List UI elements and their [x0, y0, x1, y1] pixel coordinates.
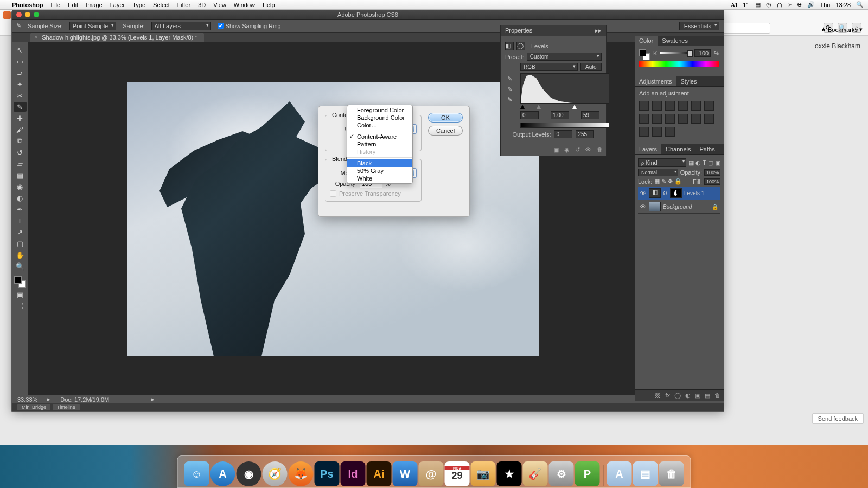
output-gradient[interactable] — [520, 123, 609, 128]
browser-tab-icon[interactable] — [3, 11, 11, 19]
menu-image[interactable]: Image — [86, 2, 103, 8]
tab-swatches[interactable]: Swatches — [658, 36, 692, 46]
adj-bw-icon[interactable] — [652, 114, 662, 124]
levels-black-input[interactable]: 0 — [520, 111, 539, 119]
lock-pos-icon[interactable]: ✥ — [668, 178, 673, 185]
clip-icon[interactable]: ▣ — [553, 146, 559, 153]
gradient-tool-icon[interactable]: ▤ — [14, 170, 27, 180]
dock-safari-icon[interactable]: 🧭 — [263, 461, 288, 486]
heal-tool-icon[interactable]: ✚ — [14, 113, 27, 123]
menu-item-pattern[interactable]: Pattern — [347, 140, 412, 148]
hand-tool-icon[interactable]: ✋ — [14, 250, 27, 260]
layer-row-levels1[interactable]: 👁 ◧ ⛓ Levels 1 — [638, 187, 720, 200]
k-value-input[interactable]: 100 — [694, 49, 711, 57]
add-mask-icon[interactable]: ◯ — [674, 392, 681, 399]
send-feedback-button[interactable]: Send feedback — [812, 413, 864, 424]
tab-paths[interactable]: Paths — [695, 144, 719, 154]
cancel-button[interactable]: Cancel — [428, 126, 463, 136]
tab-mini-bridge[interactable]: Mini Bridge — [17, 404, 50, 410]
delete-icon[interactable]: 🗑 — [597, 146, 603, 153]
spectrum-bar[interactable] — [639, 61, 719, 67]
layer-opacity-input[interactable]: 100% — [704, 169, 720, 176]
dodge-tool-icon[interactable]: ◐ — [14, 193, 27, 203]
screenmode-icon[interactable]: ⛶ — [14, 301, 27, 311]
menu-filter[interactable]: Filter — [177, 2, 190, 8]
blur-tool-icon[interactable]: ◉ — [14, 182, 27, 191]
dock-calendar-icon[interactable]: NOV29 — [445, 461, 470, 486]
dock-finder-icon[interactable]: ☺ — [184, 461, 209, 486]
filter-adj-icon[interactable]: ◐ — [695, 159, 701, 166]
close-icon[interactable] — [16, 12, 22, 17]
lock-pixel-icon[interactable]: ✎ — [661, 178, 666, 185]
gray-eyedropper-icon[interactable]: ✎ — [507, 86, 512, 93]
link-layers-icon[interactable]: ⛓ — [655, 392, 661, 399]
wifi-icon[interactable]: ⊖ — [797, 1, 802, 8]
dock-contacts-icon[interactable]: @ — [419, 461, 444, 486]
adj-colbal-icon[interactable] — [639, 114, 649, 124]
zoom-tool-icon[interactable]: 🔍 — [14, 261, 27, 271]
new-layer-icon[interactable]: ▤ — [705, 392, 710, 399]
fgbg-swatches[interactable] — [14, 276, 26, 288]
mask-icon[interactable]: ◯ — [516, 42, 525, 50]
history-brush-tool-icon[interactable]: ↺ — [14, 147, 27, 157]
show-sampling-ring-checkbox[interactable]: Show Sampling Ring — [218, 23, 281, 29]
tab-close-icon[interactable]: × — [35, 35, 37, 40]
levels-white-input[interactable]: 59 — [581, 111, 599, 119]
link-icon[interactable]: ⛓ — [663, 190, 668, 196]
adj-exposure-icon[interactable] — [678, 101, 688, 111]
adj-gradmap-icon[interactable] — [652, 127, 662, 137]
visibility-toggle-icon[interactable]: 👁 — [640, 190, 647, 196]
zoom-level[interactable]: 33.33% — [17, 396, 37, 403]
k-slider[interactable] — [660, 52, 691, 54]
trash-icon[interactable]: 🗑 — [714, 392, 720, 399]
spotlight-icon[interactable]: 🔍 — [856, 1, 864, 8]
collapse-icon[interactable]: ▸▸ — [595, 27, 602, 34]
mask-thumb[interactable] — [670, 188, 682, 198]
brush-tool-icon[interactable]: 🖌 — [14, 125, 27, 134]
dock-indesign-icon[interactable]: Id — [341, 461, 366, 486]
menu-view[interactable]: View — [213, 2, 226, 8]
menu-help[interactable]: Help — [263, 2, 275, 8]
quickmask-icon[interactable]: ▣ — [14, 290, 27, 299]
dock-documents-icon[interactable]: ▤ — [633, 461, 658, 486]
canvas-area[interactable] — [28, 42, 724, 395]
marquee-tool-icon[interactable]: ▭ — [14, 56, 27, 66]
move-tool-icon[interactable]: ↖ — [14, 45, 27, 55]
adj-photo-icon[interactable] — [665, 114, 675, 124]
dock-imovie-icon[interactable]: ★ — [497, 461, 522, 486]
adj-chanmix-icon[interactable] — [678, 114, 688, 124]
document-tab[interactable]: × Shadow highlights.jpg @ 33.3% (Levels … — [30, 33, 204, 42]
menu-3d[interactable]: 3D — [198, 2, 206, 8]
menubar-day[interactable]: Thu — [820, 2, 831, 8]
sample-dropdown[interactable]: All Layers — [151, 22, 211, 30]
dock-word-icon[interactable]: W — [393, 461, 418, 486]
filter-type-icon[interactable]: T — [703, 159, 706, 166]
new-group-icon[interactable]: ▣ — [695, 392, 700, 399]
dock-garageband-icon[interactable]: 🎸 — [523, 461, 548, 486]
dock-sysprefs-icon[interactable]: ⚙ — [549, 461, 574, 486]
crop-tool-icon[interactable]: ✂ — [14, 91, 27, 100]
adj-vibrance-icon[interactable] — [691, 101, 701, 111]
adj-hue-icon[interactable] — [704, 101, 714, 111]
visibility-icon[interactable]: 👁 — [585, 146, 591, 153]
dock-photoshop-icon[interactable]: Ps — [315, 461, 340, 486]
white-eyedropper-icon[interactable]: ✎ — [507, 96, 512, 103]
workspace-switcher[interactable]: Essentials — [679, 22, 719, 30]
menu-file[interactable]: File — [50, 2, 60, 8]
output-high-input[interactable]: 255 — [576, 130, 594, 138]
adj-invert-icon[interactable] — [691, 114, 701, 124]
dock-publisher-icon[interactable]: P — [575, 461, 600, 486]
menu-item-foreground[interactable]: Foreground Color — [347, 106, 412, 114]
menu-layer[interactable]: Layer — [110, 2, 125, 8]
clock-icon[interactable]: ◷ — [766, 1, 771, 8]
stamp-tool-icon[interactable]: ⧉ — [14, 136, 27, 146]
dock-photobooth-icon[interactable]: 📷 — [471, 461, 496, 486]
visibility-toggle-icon[interactable]: 👁 — [640, 203, 647, 210]
path-tool-icon[interactable]: ↗ — [14, 227, 27, 237]
output-low-input[interactable]: 0 — [554, 130, 572, 138]
properties-tab[interactable]: Properties — [505, 27, 532, 34]
dock-applications-icon[interactable]: A — [607, 461, 632, 486]
black-eyedropper-icon[interactable]: ✎ — [507, 75, 512, 82]
doc-size[interactable]: Doc: 17.2M/19.0M — [60, 396, 109, 403]
levels-mid-input[interactable]: 1.00 — [551, 111, 569, 119]
